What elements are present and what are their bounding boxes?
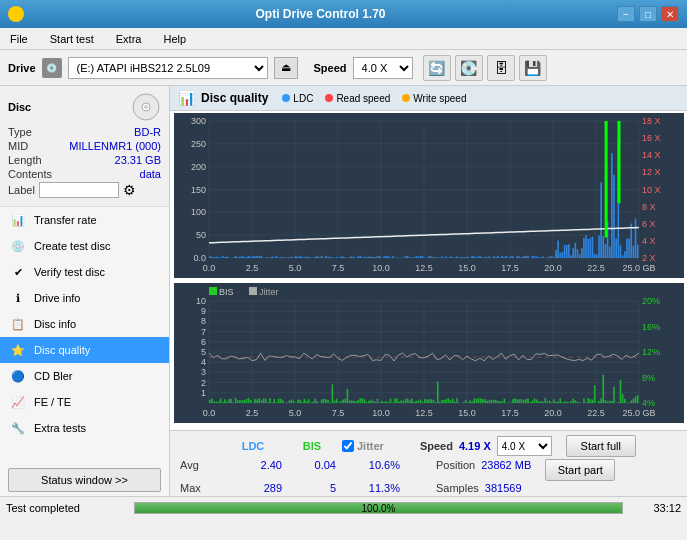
ldc-header: LDC (224, 440, 282, 452)
upper-chart (174, 113, 683, 283)
samples-label: Samples (436, 482, 479, 494)
drive-label: Drive (8, 62, 36, 74)
length-value: 23.31 GB (115, 154, 161, 166)
sidebar-item-fe-te[interactable]: 📈 FE / TE (0, 389, 169, 415)
samples-value: 381569 (485, 482, 522, 494)
max-bis: 5 (288, 482, 336, 494)
menu-file[interactable]: File (6, 31, 32, 47)
progress-text: 100.0% (135, 503, 622, 515)
nav-label: Create test disc (34, 240, 110, 252)
jitter-checkbox[interactable] (342, 440, 354, 452)
avg-bis: 0.04 (288, 459, 336, 481)
speed-select[interactable]: 4.0 X8.0 XMAX (353, 57, 413, 79)
lower-chart-canvas (174, 283, 684, 423)
toolbar: Drive 💿 (E:) ATAPI iHBS212 2.5L09 ⏏ Spee… (0, 50, 687, 86)
start-part-button[interactable]: Start part (545, 459, 615, 481)
maximize-button[interactable]: □ (639, 6, 657, 22)
menu-bar: File Start test Extra Help (0, 28, 687, 50)
time-display: 33:12 (631, 502, 681, 514)
create-test-icon: 💿 (10, 238, 26, 254)
disc-icon (131, 92, 161, 122)
label-icon[interactable]: ⚙ (123, 182, 136, 198)
window-controls: − □ ✕ (617, 6, 679, 22)
read-speed-dot (325, 94, 333, 102)
chart-header: 📊 Disc quality LDC Read speed Write spee… (170, 86, 687, 111)
fe-te-icon: 📈 (10, 394, 26, 410)
avg-label: Avg (180, 459, 218, 481)
app-icon (8, 6, 24, 22)
status-bar: Test completed 100.0% 33:12 (0, 496, 687, 518)
sidebar-item-verify-test[interactable]: ✔ Verify test disc (0, 259, 169, 285)
mid-value: MILLENMR1 (000) (69, 140, 161, 152)
sidebar-item-cd-bler[interactable]: 🔵 CD Bler (0, 363, 169, 389)
max-label: Max (180, 482, 218, 494)
eject-button[interactable]: ⏏ (274, 57, 298, 79)
jitter-header: Jitter (357, 440, 384, 452)
status-window-button[interactable]: Status window >> (8, 468, 161, 492)
contents-label: Contents (8, 168, 52, 180)
refresh-button[interactable]: 🔄 (423, 55, 451, 81)
menu-help[interactable]: Help (159, 31, 190, 47)
legend-ldc: LDC (282, 93, 313, 104)
sidebar-item-create-test[interactable]: 💿 Create test disc (0, 233, 169, 259)
mid-label: MID (8, 140, 28, 152)
cd-bler-icon: 🔵 (10, 368, 26, 384)
sidebar: Disc Type BD-R MID MILLENMR1 (000) Lengt… (0, 86, 170, 496)
avg-ldc: 2.40 (224, 459, 282, 481)
sidebar-nav: 📊 Transfer rate 💿 Create test disc ✔ Ver… (0, 207, 169, 464)
ldc-dot (282, 94, 290, 102)
max-jitter: 11.3% (342, 482, 400, 494)
speed-label: Speed (314, 62, 347, 74)
disc-label-input[interactable] (39, 182, 119, 198)
legend-read-speed: Read speed (325, 93, 390, 104)
nav-label: Transfer rate (34, 214, 97, 226)
avg-jitter: 10.6% (342, 459, 400, 481)
contents-value: data (140, 168, 161, 180)
menu-extra[interactable]: Extra (112, 31, 146, 47)
sidebar-item-disc-quality[interactable]: ⭐ Disc quality (0, 337, 169, 363)
menu-start-test[interactable]: Start test (46, 31, 98, 47)
chart-title: Disc quality (201, 91, 268, 105)
disc-info-panel: Disc Type BD-R MID MILLENMR1 (000) Lengt… (0, 86, 169, 207)
drive-icon: 💿 (42, 58, 62, 78)
drive-select[interactable]: (E:) ATAPI iHBS212 2.5L09 (68, 57, 268, 79)
sidebar-item-extra-tests[interactable]: 🔧 Extra tests (0, 415, 169, 441)
window-title: Opti Drive Control 1.70 (24, 7, 617, 21)
nav-label: FE / TE (34, 396, 71, 408)
minimize-button[interactable]: − (617, 6, 635, 22)
write-speed-dot (402, 94, 410, 102)
nav-label: Extra tests (34, 422, 86, 434)
lower-chart (174, 283, 683, 428)
type-label: Type (8, 126, 32, 138)
bis-header: BIS (288, 440, 336, 452)
progress-bar: 100.0% (134, 502, 623, 514)
total-ldc: 916973 (224, 495, 282, 496)
sidebar-item-transfer-rate[interactable]: 📊 Transfer rate (0, 207, 169, 233)
title-bar: Opti Drive Control 1.70 − □ ✕ (0, 0, 687, 28)
chart-header-icon: 📊 (178, 90, 195, 106)
speed-stat-value: 4.19 X (459, 440, 491, 452)
type-value: BD-R (134, 126, 161, 138)
save-button[interactable]: 💾 (519, 55, 547, 81)
nav-label: Verify test disc (34, 266, 105, 278)
total-label: Total (180, 495, 218, 496)
length-label: Length (8, 154, 42, 166)
extra-tests-icon: 🔧 (10, 420, 26, 436)
sidebar-item-disc-info[interactable]: 📋 Disc info (0, 311, 169, 337)
nav-label: Disc quality (34, 344, 90, 356)
status-text: Test completed (6, 502, 126, 514)
position-value: 23862 MB (481, 459, 531, 481)
database-button[interactable]: 🗄 (487, 55, 515, 81)
close-button[interactable]: ✕ (661, 6, 679, 22)
nav-label: CD Bler (34, 370, 73, 382)
max-ldc: 289 (224, 482, 282, 494)
start-full-button[interactable]: Start full (566, 435, 636, 457)
speed-bottom-select[interactable]: 4.0 X8.0 XMAX (497, 436, 552, 456)
sidebar-item-drive-info[interactable]: ℹ Drive info (0, 285, 169, 311)
main-content: Disc Type BD-R MID MILLENMR1 (000) Lengt… (0, 86, 687, 496)
disc-button[interactable]: 💽 (455, 55, 483, 81)
disc-info-title: Disc (8, 101, 31, 113)
nav-label: Disc info (34, 318, 76, 330)
disc-label-label: Label (8, 184, 35, 196)
transfer-rate-icon: 📊 (10, 212, 26, 228)
